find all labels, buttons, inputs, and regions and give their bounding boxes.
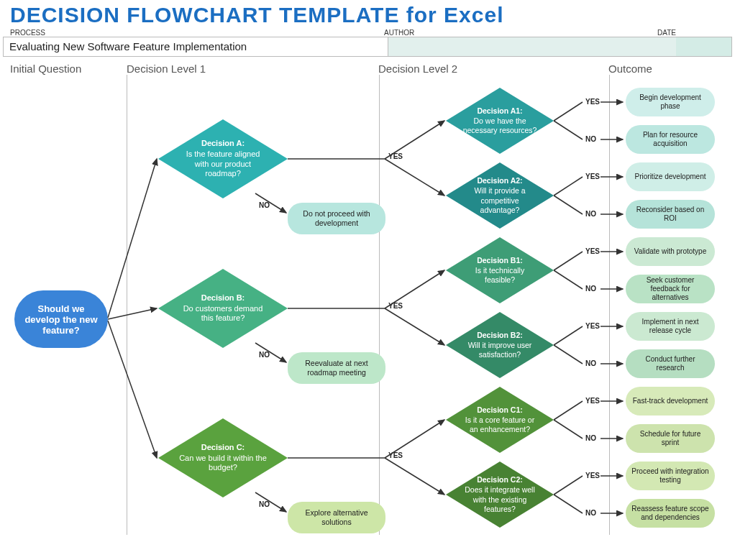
decision-c1: Decision C1:Is it a core feature or an e… xyxy=(446,387,554,453)
label-yes: YES xyxy=(388,451,403,459)
label-yes: YES xyxy=(585,397,600,405)
decision-a1: Decision A1:Do we have the necessary res… xyxy=(446,88,554,154)
label-author: AUTHOR xyxy=(384,29,657,37)
decision-b: Decision B:Do customers demand this feat… xyxy=(158,269,288,348)
svg-line-38 xyxy=(554,345,583,364)
svg-line-40 xyxy=(554,401,583,420)
separator xyxy=(127,75,127,535)
label-no: NO xyxy=(585,210,596,218)
section-initial: Initial Question xyxy=(10,63,127,75)
label-yes: YES xyxy=(388,152,403,160)
outcome-b2-yes: Implement in next release cycle xyxy=(626,312,715,341)
initial-question: Should we develop the new feature? xyxy=(14,290,108,348)
svg-line-17 xyxy=(385,159,444,196)
decision-c: Decision C:Can we build it within the bu… xyxy=(158,418,288,497)
label-date: DATE xyxy=(657,29,725,37)
outcome-c1-no: Schedule for future sprint xyxy=(626,424,715,453)
label-process: PROCESS xyxy=(10,29,384,37)
flowchart-canvas: Should we develop the new feature? Decis… xyxy=(0,75,735,549)
page-title: DECISION FLOWCHART TEMPLATE for Excel xyxy=(0,0,735,27)
section-labels: Initial Question Decision Level 1 Decisi… xyxy=(0,57,735,75)
decision-b-no-outcome: Reevaluate at next roadmap meeting xyxy=(288,352,385,384)
label-no: NO xyxy=(585,135,596,143)
label-yes: YES xyxy=(585,247,600,255)
svg-line-11 xyxy=(108,321,157,458)
separator xyxy=(609,75,610,535)
svg-line-24 xyxy=(554,102,583,121)
outcome-a1-no: Plan for resource acquisition xyxy=(626,125,715,154)
label-no: NO xyxy=(585,359,596,367)
decision-c-no-outcome: Explore alternative solutions xyxy=(288,502,385,533)
svg-line-34 xyxy=(554,270,583,289)
svg-line-30 xyxy=(554,196,583,214)
decision-a-no-outcome: Do not proceed with development xyxy=(288,203,385,234)
svg-line-23 xyxy=(385,458,444,495)
outcome-c2-yes: Proceed with integration testing xyxy=(626,462,715,490)
label-no: NO xyxy=(259,351,270,359)
fields-row: Evaluating New Software Feature Implemen… xyxy=(3,37,732,57)
process-field[interactable]: Evaluating New Software Feature Implemen… xyxy=(3,37,388,57)
outcome-c1-yes: Fast-track development xyxy=(626,387,715,416)
section-l2: Decision Level 2 xyxy=(378,63,608,75)
outcome-b1-yes: Validate with prototype xyxy=(626,237,715,266)
outcome-b1-no: Seek customer feedback for alternatives xyxy=(626,275,715,303)
svg-line-42 xyxy=(554,420,583,439)
decision-a: Decision A:Is the feature aligned with o… xyxy=(158,119,288,198)
svg-line-32 xyxy=(554,252,583,270)
label-no: NO xyxy=(259,500,270,508)
label-yes: YES xyxy=(585,173,600,180)
label-yes: YES xyxy=(585,98,600,106)
decision-c2: Decision C2:Does it integrate well with … xyxy=(446,462,554,528)
decision-b2: Decision B2:Will it improve user satisfa… xyxy=(446,312,554,378)
decision-b1: Decision B1:Is it technically feasible? xyxy=(446,237,554,303)
label-yes: YES xyxy=(388,302,403,310)
svg-line-44 xyxy=(554,476,583,495)
svg-line-46 xyxy=(554,495,583,513)
label-yes: YES xyxy=(585,472,600,479)
svg-line-36 xyxy=(554,326,583,345)
outcome-b2-no: Conduct further research xyxy=(626,349,715,378)
section-l1: Decision Level 1 xyxy=(127,63,378,75)
svg-line-28 xyxy=(554,177,583,196)
label-yes: YES xyxy=(585,322,600,330)
svg-line-20 xyxy=(385,308,444,345)
svg-line-9 xyxy=(108,159,157,318)
outcome-a1-yes: Begin development phase xyxy=(626,88,715,116)
outcome-a2-yes: Prioritize development xyxy=(626,162,715,191)
decision-a2: Decision A2:Will it provide a competitiv… xyxy=(446,162,554,229)
separator xyxy=(379,75,380,535)
label-no: NO xyxy=(585,509,596,517)
outcome-c2-no: Reassess feature scope and dependencies xyxy=(626,499,715,528)
svg-line-26 xyxy=(554,121,583,139)
author-field[interactable] xyxy=(388,37,676,57)
outcome-a2-no: Reconsider based on ROI xyxy=(626,200,715,229)
date-field[interactable] xyxy=(676,37,732,57)
arrows xyxy=(0,75,735,549)
svg-line-10 xyxy=(108,308,157,319)
section-outcome: Outcome xyxy=(608,63,725,75)
field-labels: PROCESS AUTHOR DATE xyxy=(0,27,735,37)
label-no: NO xyxy=(585,434,596,442)
label-no: NO xyxy=(585,285,596,293)
label-no: NO xyxy=(259,201,270,209)
